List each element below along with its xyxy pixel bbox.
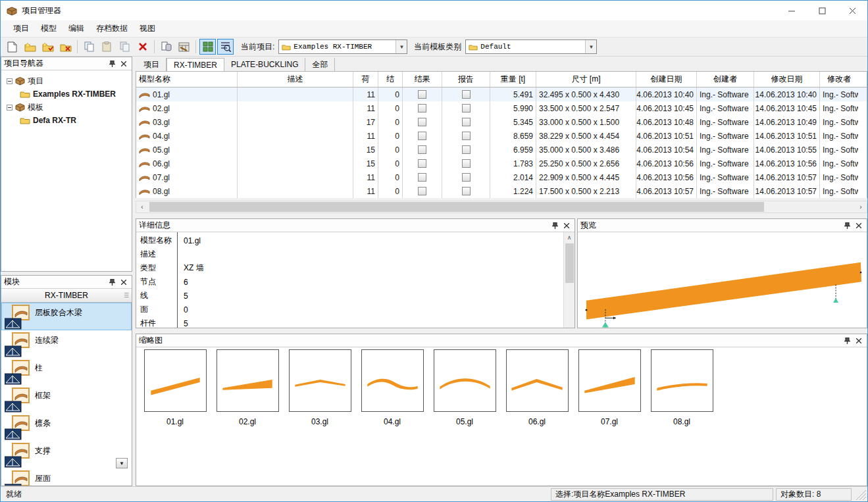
column-header-10[interactable]: 修改日期 bbox=[754, 72, 820, 87]
column-header-7[interactable]: 尺寸 [m] bbox=[536, 72, 636, 87]
menu-item-2[interactable]: 编辑 bbox=[63, 20, 90, 37]
module-item-3[interactable]: 框架 bbox=[1, 386, 132, 413]
splitter[interactable] bbox=[136, 328, 867, 334]
table-row[interactable]: 08.gl1101.22417.500 x 0.500 x 2.21314.06… bbox=[136, 184, 867, 198]
module-item-1[interactable]: 连续梁 bbox=[1, 330, 132, 358]
scroll-up-icon[interactable]: ∧ bbox=[564, 232, 574, 242]
module-item-2[interactable]: 柱 bbox=[1, 358, 132, 386]
collapse-icon[interactable] bbox=[7, 78, 13, 84]
table-row[interactable]: 05.gl1506.95935.000 x 0.500 x 3.48614.06… bbox=[136, 143, 867, 157]
archive-table-button[interactable] bbox=[176, 39, 192, 55]
results-checkbox[interactable] bbox=[418, 145, 426, 154]
report-checkbox[interactable] bbox=[462, 104, 471, 113]
column-header-3[interactable]: 结 bbox=[378, 72, 403, 87]
module-item-4[interactable]: 檩条 bbox=[1, 413, 132, 441]
pin-icon[interactable] bbox=[107, 59, 117, 68]
pin-icon[interactable] bbox=[107, 278, 117, 287]
table-row[interactable]: 07.gl1102.01422.909 x 0.500 x 4.44514.06… bbox=[136, 170, 867, 184]
menu-item-1[interactable]: 模型 bbox=[35, 20, 63, 37]
column-header-5[interactable]: 报告 bbox=[442, 72, 490, 87]
results-checkbox[interactable] bbox=[418, 187, 426, 195]
column-header-8[interactable]: 创建日期 bbox=[636, 72, 697, 87]
table-row[interactable]: 02.gl1105.99033.500 x 0.500 x 2.54714.06… bbox=[136, 101, 867, 115]
open-project-button[interactable] bbox=[22, 39, 38, 55]
module-item-0[interactable]: 层板胶合木梁 bbox=[1, 303, 132, 330]
new-project-button[interactable] bbox=[39, 39, 56, 55]
tree-item-examples-rx-timber[interactable]: Examples RX-TIMBER bbox=[3, 88, 130, 101]
report-checkbox[interactable] bbox=[462, 173, 471, 182]
table-row[interactable]: 06.gl1501.78325.250 x 0.500 x 2.65614.06… bbox=[136, 157, 867, 170]
pin-icon[interactable] bbox=[842, 336, 852, 345]
thumbnail-06-gl[interactable]: 06.gl bbox=[501, 349, 573, 426]
close-icon[interactable] bbox=[561, 221, 572, 230]
thumbnail-08-gl[interactable]: 08.gl bbox=[646, 349, 718, 426]
delete-project-button[interactable] bbox=[57, 39, 74, 55]
tab-全部[interactable]: 全部 bbox=[305, 58, 335, 71]
pin-icon[interactable] bbox=[549, 221, 560, 230]
import-model-button[interactable] bbox=[158, 39, 174, 55]
column-header-2[interactable]: 荷 bbox=[353, 72, 378, 87]
collapse-icon[interactable] bbox=[7, 105, 13, 111]
module-scroll-down-button[interactable]: ▼ bbox=[116, 458, 128, 468]
menu-item-4[interactable]: 视图 bbox=[134, 20, 161, 37]
resize-grip[interactable] bbox=[854, 488, 867, 501]
close-icon[interactable] bbox=[118, 278, 129, 287]
results-checkbox[interactable] bbox=[418, 159, 426, 168]
tree-node-projects[interactable]: 项目 bbox=[3, 74, 130, 88]
table-row[interactable]: 03.gl1705.34533.000 x 0.500 x 1.50014.06… bbox=[136, 115, 867, 129]
maximize-button[interactable] bbox=[807, 1, 837, 20]
paste-button[interactable] bbox=[99, 39, 115, 55]
close-icon[interactable] bbox=[854, 336, 864, 345]
module-item-5[interactable]: 支撑 bbox=[1, 441, 132, 468]
thumbnail-07-gl[interactable]: 07.gl bbox=[573, 349, 646, 426]
menu-item-0[interactable]: 项目 bbox=[7, 20, 35, 37]
close-button[interactable] bbox=[837, 1, 867, 20]
thumbnail-02-gl[interactable]: 02.gl bbox=[211, 349, 284, 426]
column-header-11[interactable]: 修改者 bbox=[820, 72, 858, 87]
current-project-combobox[interactable]: Examples RX-TIMBER ▼ bbox=[278, 39, 407, 54]
pin-icon[interactable] bbox=[842, 221, 852, 230]
splitter[interactable] bbox=[136, 213, 867, 218]
close-icon[interactable] bbox=[854, 221, 864, 230]
results-checkbox[interactable] bbox=[418, 173, 426, 182]
minimize-button[interactable] bbox=[777, 1, 807, 20]
column-header-0[interactable]: 模型名称ˆ bbox=[136, 72, 238, 87]
view-details-toggle[interactable] bbox=[217, 39, 234, 55]
thumbnail-05-gl[interactable]: 05.gl bbox=[428, 349, 501, 426]
vertical-scrollbar[interactable]: ∧ bbox=[563, 232, 574, 328]
template-category-combobox[interactable]: Default ▼ bbox=[465, 39, 597, 54]
report-checkbox[interactable] bbox=[462, 159, 471, 168]
report-checkbox[interactable] bbox=[462, 187, 471, 195]
scrollbar-thumb[interactable] bbox=[149, 202, 764, 212]
view-thumbnails-toggle[interactable] bbox=[199, 39, 216, 55]
scroll-right-icon[interactable]: › bbox=[855, 201, 867, 213]
tab-项目[interactable]: 项目 bbox=[137, 58, 166, 71]
scroll-left-icon[interactable]: ‹ bbox=[136, 201, 148, 213]
report-checkbox[interactable] bbox=[462, 132, 471, 140]
table-row[interactable]: 04.gl1108.65938.229 x 0.500 x 4.45414.06… bbox=[136, 129, 867, 143]
tree-item-default-template[interactable]: Defa RX-TR bbox=[3, 114, 130, 127]
module-group-header[interactable]: RX-TIMBER ☰ bbox=[1, 289, 132, 303]
copy-model-button[interactable] bbox=[116, 39, 133, 55]
results-checkbox[interactable] bbox=[418, 118, 426, 126]
thumbnail-03-gl[interactable]: 03.gl bbox=[284, 349, 356, 426]
scrollbar-thumb[interactable] bbox=[565, 243, 574, 283]
module-item-6[interactable]: 屋面 bbox=[1, 468, 132, 486]
tab-rx-timber[interactable]: RX-TIMBER bbox=[166, 58, 224, 71]
delete-button[interactable] bbox=[134, 39, 151, 55]
chevron-down-icon[interactable]: ▼ bbox=[585, 40, 596, 53]
results-checkbox[interactable] bbox=[418, 90, 426, 99]
report-checkbox[interactable] bbox=[462, 90, 471, 99]
copy-button[interactable] bbox=[81, 39, 97, 55]
new-model-button[interactable] bbox=[4, 39, 20, 55]
tree-node-templates[interactable]: 模板 bbox=[3, 101, 130, 114]
report-checkbox[interactable] bbox=[462, 118, 471, 126]
column-header-6[interactable]: 重量 [t] bbox=[490, 72, 536, 87]
thumbnail-04-gl[interactable]: 04.gl bbox=[356, 349, 428, 426]
column-header-4[interactable]: 结果 bbox=[403, 72, 442, 87]
results-checkbox[interactable] bbox=[418, 132, 426, 140]
chevron-down-icon[interactable]: ▼ bbox=[396, 40, 407, 53]
table-row[interactable]: 01.gl1105.49132.495 x 0.500 x 4.43014.06… bbox=[136, 88, 867, 101]
results-checkbox[interactable] bbox=[418, 104, 426, 113]
menu-item-3[interactable]: 存档数据 bbox=[90, 20, 134, 37]
